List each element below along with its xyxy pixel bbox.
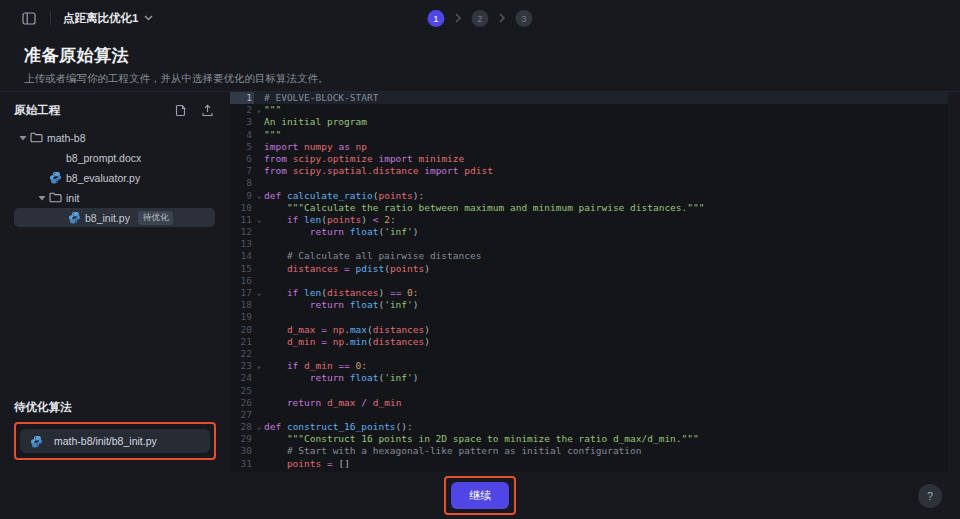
- code-text: d_min = np.min(distances): [264, 336, 948, 348]
- code-line: 11⌄ if len(points) < 2:: [230, 214, 948, 226]
- line-number: 18: [230, 299, 254, 311]
- project-switcher[interactable]: 点距离比优化1: [63, 11, 153, 26]
- line-number: 29: [230, 433, 254, 445]
- caret-down-icon[interactable]: [35, 195, 49, 201]
- new-file-button[interactable]: [172, 102, 189, 119]
- help-button[interactable]: ?: [918, 484, 942, 508]
- fold-chevron-icon[interactable]: ⌄: [254, 287, 264, 299]
- code-line: 19: [230, 311, 948, 323]
- line-number: 9: [230, 190, 254, 202]
- tree-item-b8_init.py[interactable]: b8_init.py待优化: [14, 208, 215, 227]
- code-text: if len(points) < 2:: [264, 214, 948, 226]
- fold-spacer: [254, 116, 264, 128]
- code-line: 7from scipy.spatial.distance import pdis…: [230, 165, 948, 177]
- sidebar-toggle-button[interactable]: [20, 10, 38, 27]
- tree-item-b8_prompt.docx[interactable]: b8_prompt.docx: [14, 148, 215, 167]
- python-icon: [68, 211, 85, 224]
- line-number: 17: [230, 287, 254, 299]
- fold-spacer: [254, 397, 264, 409]
- fold-chevron-icon[interactable]: ⌄: [254, 360, 264, 372]
- stepper: 123: [428, 0, 533, 36]
- line-number: 23: [230, 360, 254, 372]
- code-line: 3An initial program: [230, 116, 948, 128]
- code-line: 28⌄def construct_16_points():: [230, 421, 948, 433]
- line-number: 8: [230, 177, 254, 189]
- code-text: return d_max / d_min: [264, 397, 948, 409]
- code-text: [264, 348, 948, 360]
- target-file-path: math-b8/init/b8_init.py: [54, 435, 157, 447]
- file-tree: math-b8b8_prompt.docxb8_evaluator.pyinit…: [0, 125, 230, 400]
- tree-item-label: b8_prompt.docx: [66, 152, 141, 164]
- folder-icon: [49, 192, 66, 203]
- code-text: [264, 177, 948, 189]
- code-text: """Construct 16 points in 2D space to mi…: [264, 433, 948, 445]
- code-text: An initial program: [264, 116, 948, 128]
- folder-icon: [30, 132, 47, 143]
- fold-chevron-icon[interactable]: ⌄: [254, 104, 264, 116]
- line-number: 27: [230, 409, 254, 421]
- code-line: 4""": [230, 129, 948, 141]
- code-text: def calculate_ratio(points):: [264, 190, 948, 202]
- page-header: 准备原始算法 上传或者编写你的工程文件，并从中选择要优化的目标算法文件。: [0, 36, 960, 91]
- line-number: 20: [230, 324, 254, 336]
- line-number: 6: [230, 153, 254, 165]
- line-number: 12: [230, 226, 254, 238]
- code-line: 23⌄ if d_min == 0:: [230, 360, 948, 372]
- line-number: 22: [230, 348, 254, 360]
- tree-item-b8_evaluator.py[interactable]: b8_evaluator.py: [14, 168, 215, 187]
- fold-spacer: [254, 263, 264, 275]
- fold-spacer: [254, 445, 264, 457]
- code-line: 25: [230, 385, 948, 397]
- continue-button[interactable]: 继续: [451, 482, 509, 509]
- fold-spacer: [254, 372, 264, 384]
- line-number: 30: [230, 445, 254, 457]
- fold-chevron-icon[interactable]: ⌄: [254, 421, 264, 433]
- fold-spacer: [254, 299, 264, 311]
- code-line: 17⌄ if len(distances) == 0:: [230, 287, 948, 299]
- code-text: """Calculate the ratio between maximum a…: [264, 202, 948, 214]
- fold-spacer: [254, 226, 264, 238]
- sidebar-actions: [172, 102, 216, 119]
- sidebar: 原始工程 math-b8b8_: [0, 92, 230, 472]
- python-icon: [30, 435, 47, 448]
- target-section-title: 待优化算法: [14, 400, 216, 415]
- line-number: 16: [230, 275, 254, 287]
- code-line: 2⌄""": [230, 104, 948, 116]
- pending-optimization-badge: 待优化: [138, 211, 174, 225]
- step-chevron-icon: [455, 13, 462, 23]
- tree-item-math-b8[interactable]: math-b8: [14, 128, 215, 147]
- code-text: points = []: [264, 458, 948, 470]
- target-file-item[interactable]: math-b8/init/b8_init.py: [20, 429, 210, 453]
- fold-spacer: [254, 92, 264, 104]
- project-title: 点距离比优化1: [63, 11, 138, 26]
- fold-spacer: [254, 458, 264, 470]
- tree-item-label: init: [66, 192, 79, 204]
- fold-spacer: [254, 275, 264, 287]
- step-2[interactable]: 2: [472, 10, 489, 27]
- code-line: 22: [230, 348, 948, 360]
- code-line: 8: [230, 177, 948, 189]
- line-number: 11: [230, 214, 254, 226]
- line-number: 26: [230, 397, 254, 409]
- target-annotation-box: math-b8/init/b8_init.py: [14, 422, 216, 460]
- line-number: 31: [230, 458, 254, 470]
- sidebar-header: 原始工程: [0, 102, 230, 125]
- page-subtitle: 上传或者编写你的工程文件，并从中选择要优化的目标算法文件。: [24, 72, 936, 86]
- code-line: 9⌄def calculate_ratio(points):: [230, 190, 948, 202]
- step-3[interactable]: 3: [516, 10, 533, 27]
- code-editor[interactable]: 1# EVOLVE-BLOCK-START2⌄"""3An initial pr…: [230, 92, 948, 472]
- page-title: 准备原始算法: [24, 44, 936, 67]
- continue-annotation-box: 继续: [444, 476, 516, 515]
- line-number: 1: [230, 92, 254, 104]
- upload-button[interactable]: [199, 102, 216, 119]
- fold-spacer: [254, 250, 264, 262]
- line-number: 25: [230, 385, 254, 397]
- code-text: distances = pdist(points): [264, 263, 948, 275]
- caret-down-icon[interactable]: [16, 135, 30, 141]
- fold-chevron-icon[interactable]: ⌄: [254, 190, 264, 202]
- tree-item-init[interactable]: init: [14, 188, 215, 207]
- step-1[interactable]: 1: [428, 10, 445, 27]
- code-line: 16: [230, 275, 948, 287]
- fold-chevron-icon[interactable]: ⌄: [254, 214, 264, 226]
- fold-spacer: [254, 336, 264, 348]
